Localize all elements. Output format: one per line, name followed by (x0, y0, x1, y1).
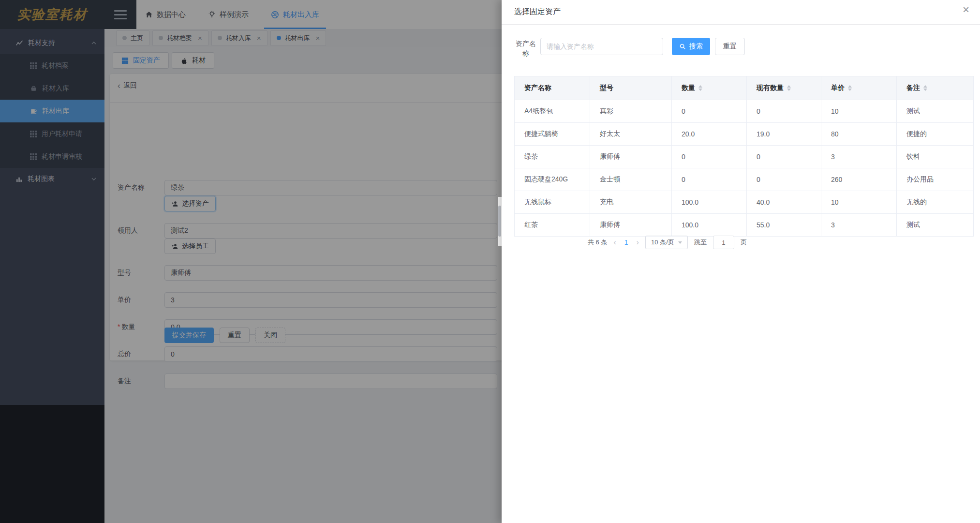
cell-asset-name[interactable]: 固态硬盘240G (515, 168, 590, 191)
scrollbar[interactable] (498, 197, 502, 246)
search-input[interactable] (540, 38, 663, 55)
cell-quantity: 0 (672, 146, 747, 168)
cell-asset-name[interactable]: 无线鼠标 (515, 191, 590, 214)
cell-model: 康师傅 (590, 214, 672, 237)
cell-unit-price: 260 (821, 168, 897, 191)
cell-current-quantity: 0 (747, 168, 821, 191)
sort-icon[interactable] (787, 85, 791, 91)
chevron-down-icon (678, 241, 682, 244)
cell-current-quantity: 0 (747, 100, 821, 123)
cell-asset-name[interactable]: A4纸整包 (515, 100, 590, 123)
cell-unit-price: 3 (821, 146, 897, 168)
jump-page-input[interactable] (713, 236, 734, 249)
table-row[interactable]: 绿茶 康师傅 0 0 3 饮料 (515, 146, 974, 168)
prev-page-icon[interactable]: ‹ (613, 239, 616, 246)
cell-asset-name[interactable]: 绿茶 (515, 146, 590, 168)
scrollbar-thumb[interactable] (498, 206, 501, 237)
cell-current-quantity: 40.0 (747, 191, 821, 214)
cell-unit-price: 80 (821, 123, 897, 146)
col-current-quantity[interactable]: 现有数量 (747, 76, 821, 100)
col-model: 型号 (590, 76, 672, 100)
asset-table: 资产名称 型号 数量 现有数量 单价 备注 A4纸整包 真彩 0 0 10 测试 (514, 76, 974, 237)
table-row[interactable]: 固态硬盘240G 金士顿 0 0 260 办公用品 (515, 168, 974, 191)
sort-icon[interactable] (923, 85, 927, 91)
page: 实验室耗材 耗材支持 耗材档案 耗材入库 耗材出库 (0, 0, 980, 523)
sort-icon[interactable] (848, 85, 852, 91)
jump-unit: 页 (741, 238, 747, 247)
cell-model: 好太太 (590, 123, 672, 146)
table-row[interactable]: 无线鼠标 充电 100.0 40.0 10 无线的 (515, 191, 974, 214)
table-row[interactable]: 红茶 康师傅 100.0 55.0 3 测试 (515, 214, 974, 237)
search-button[interactable]: 搜索 (672, 38, 710, 55)
cell-quantity: 0 (672, 168, 747, 191)
cell-model: 充电 (590, 191, 672, 214)
sort-icon[interactable] (698, 85, 702, 91)
cell-remark: 便捷的 (897, 123, 974, 146)
cell-model: 康师傅 (590, 146, 672, 168)
cell-remark: 测试 (897, 100, 974, 123)
cell-model: 金士顿 (590, 168, 672, 191)
col-unit-price[interactable]: 单价 (821, 76, 897, 100)
cell-unit-price: 10 (821, 100, 897, 123)
next-page-icon[interactable]: › (637, 239, 639, 246)
cell-remark: 饮料 (897, 146, 974, 168)
page-number-1[interactable]: 1 (623, 239, 630, 246)
col-quantity[interactable]: 数量 (672, 76, 747, 100)
cell-current-quantity: 19.0 (747, 123, 821, 146)
cell-asset-name[interactable]: 红茶 (515, 214, 590, 237)
pagination: 共 6 条 ‹ 1 › 10 条/页 跳至 页 (588, 236, 747, 249)
modal-overlay[interactable] (0, 0, 502, 523)
search-reset-button[interactable]: 重置 (715, 38, 745, 55)
cell-remark: 办公用品 (897, 168, 974, 191)
page-size-select[interactable]: 10 条/页 (645, 236, 688, 249)
cell-current-quantity: 55.0 (747, 214, 821, 237)
drawer-title: 选择固定资产 (514, 7, 561, 17)
cell-quantity: 0 (672, 100, 747, 123)
table-row[interactable]: A4纸整包 真彩 0 0 10 测试 (515, 100, 974, 123)
cell-remark: 无线的 (897, 191, 974, 214)
col-asset-name: 资产名称 (515, 76, 590, 100)
select-fixed-asset-drawer: 选择固定资产 × 资产名称 搜索 重置 资产名称 型号 数量 现有数量 单价 备… (502, 0, 980, 523)
search-asset-name-label: 资产名称 (514, 39, 537, 58)
cell-remark: 测试 (897, 214, 974, 237)
page-size-value: 10 条/页 (651, 238, 674, 247)
jump-label: 跳至 (694, 238, 707, 247)
table-header-row: 资产名称 型号 数量 现有数量 单价 备注 (515, 76, 974, 100)
cell-quantity: 20.0 (672, 123, 747, 146)
cell-unit-price: 10 (821, 191, 897, 214)
table-row[interactable]: 便捷式躺椅 好太太 20.0 19.0 80 便捷的 (515, 123, 974, 146)
col-remark[interactable]: 备注 (897, 76, 974, 100)
cell-quantity: 100.0 (672, 191, 747, 214)
drawer-header: 选择固定资产 × (502, 0, 980, 25)
pagination-total: 共 6 条 (588, 238, 607, 247)
search-button-label: 搜索 (689, 42, 703, 51)
cell-unit-price: 3 (821, 214, 897, 237)
cell-quantity: 100.0 (672, 214, 747, 237)
search-icon (679, 43, 686, 50)
cell-model: 真彩 (590, 100, 672, 123)
cell-asset-name[interactable]: 便捷式躺椅 (515, 123, 590, 146)
close-icon[interactable]: × (963, 4, 969, 15)
cell-current-quantity: 0 (747, 146, 821, 168)
